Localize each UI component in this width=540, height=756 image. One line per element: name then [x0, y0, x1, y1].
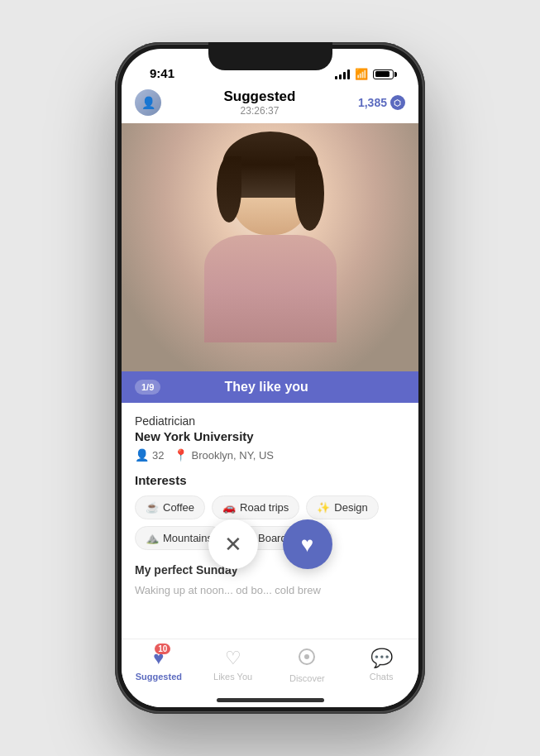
signal-bars-icon — [335, 69, 350, 79]
profile-photo — [122, 123, 418, 371]
status-time: 9:41 — [150, 66, 174, 80]
nav-item-discover[interactable]: Discover — [270, 648, 345, 683]
mountains-emoji: ⛰️ — [146, 532, 159, 544]
battery-icon — [373, 69, 394, 79]
person-head — [229, 140, 312, 235]
profile-meta: 👤 32 📍 Brooklyn, NY, US — [135, 448, 405, 462]
location-item: 📍 Brooklyn, NY, US — [174, 448, 273, 462]
suggested-label: Suggested — [136, 672, 182, 682]
profile-image-container — [122, 123, 418, 371]
user-avatar[interactable]: 👤 — [135, 89, 161, 116]
roadtrips-label: Road trips — [240, 501, 289, 514]
likes-label: Likes You — [213, 672, 252, 682]
header-center: Suggested 23:26:37 — [224, 89, 296, 117]
university-label: New York University — [135, 429, 405, 443]
status-icons: 📶 — [335, 68, 394, 80]
svg-point-1 — [304, 654, 309, 659]
age-icon: 👤 — [135, 448, 149, 462]
about-text: Waking up at noon... od bo... cold brew — [135, 582, 405, 599]
likes-icon: ♡ — [225, 648, 241, 669]
content-area: 1/9 They like you Pediatrician New York … — [122, 123, 418, 677]
suggested-badge: 10 — [155, 644, 170, 654]
app-header: 👤 Suggested 23:26:37 1,385 ⬡ — [122, 85, 418, 123]
coffee-emoji: ☕ — [146, 501, 159, 514]
profile-info: Pediatrician New York University 👤 32 📍 … — [122, 403, 418, 462]
countdown-timer: 23:26:37 — [224, 105, 296, 117]
mountains-label: Mountains — [163, 532, 213, 544]
nav-item-chats[interactable]: 💬 Chats — [344, 648, 418, 682]
phone-frame: 9:41 📶 👤 Suggested 23:26:37 1,385 — [115, 42, 425, 714]
age-value: 32 — [152, 449, 164, 462]
coffee-label: Coffee — [163, 501, 194, 514]
roadtrips-emoji: 🚗 — [222, 501, 236, 514]
location-value: Brooklyn, NY, US — [191, 449, 273, 462]
like-banner: 1/9 They like you — [122, 371, 418, 403]
like-text: They like you — [224, 380, 308, 395]
interest-tag-coffee: ☕ Coffee — [135, 495, 205, 519]
phone-screen: 9:41 📶 👤 Suggested 23:26:37 1,385 — [122, 49, 418, 707]
chats-icon: 💬 — [370, 648, 393, 669]
age-item: 👤 32 — [135, 448, 164, 462]
pass-button[interactable]: ✕ — [208, 519, 258, 569]
photo-counter: 1/9 — [135, 380, 160, 395]
coin-icon: ⬡ — [390, 95, 405, 110]
nav-item-suggested[interactable]: ♥ 10 Suggested — [122, 648, 196, 682]
page-title: Suggested — [224, 89, 296, 105]
interest-tag-roadtrips: 🚗 Road trips — [212, 495, 299, 519]
person-body — [204, 235, 337, 342]
action-buttons: ✕ ♥ — [208, 519, 332, 569]
nav-item-likes[interactable]: ♡ Likes You — [196, 648, 270, 682]
battery-fill — [375, 71, 389, 77]
coins-display[interactable]: 1,385 ⬡ — [358, 95, 405, 110]
person-hair-left — [217, 156, 241, 222]
chats-label: Chats — [370, 672, 394, 682]
person-silhouette — [179, 140, 361, 371]
person-hair-right — [295, 156, 324, 231]
discover-icon — [298, 648, 316, 671]
design-label: Design — [334, 501, 367, 514]
suggested-icon: ♥ 10 — [153, 648, 164, 669]
interest-tag-design: ✨ Design — [306, 495, 378, 519]
notch — [208, 42, 332, 70]
interests-title: Interests — [135, 473, 405, 487]
wifi-icon: 📶 — [355, 68, 368, 80]
location-pin-icon: 📍 — [174, 448, 188, 462]
like-button[interactable]: ♥ — [283, 519, 332, 569]
home-indicator — [217, 698, 324, 702]
design-emoji: ✨ — [317, 501, 330, 514]
bottom-nav: ♥ 10 Suggested ♡ Likes You Discover — [122, 639, 418, 707]
discover-label: Discover — [289, 673, 325, 683]
coins-value: 1,385 — [358, 96, 387, 109]
profession-label: Pediatrician — [135, 414, 405, 428]
